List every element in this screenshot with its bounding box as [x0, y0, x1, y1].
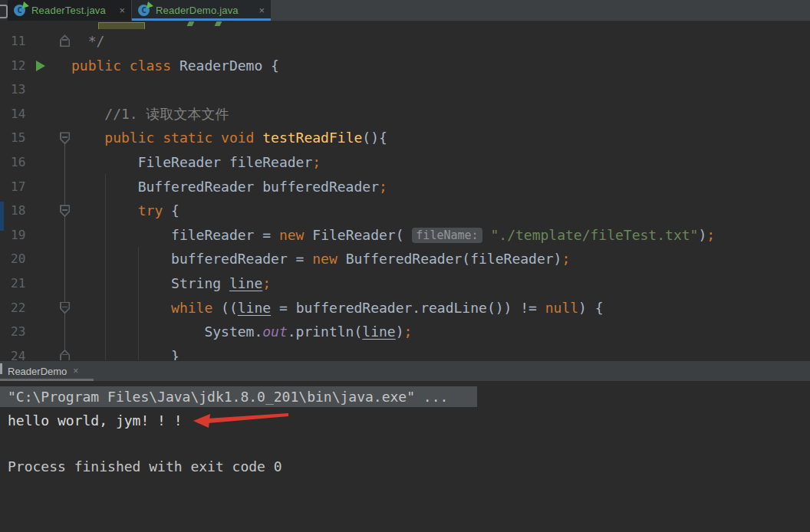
fold-marker[interactable] [60, 132, 70, 144]
parameter-hint: fileName: [412, 228, 482, 243]
ide-window: C ReaderTest.java × C ReaderDemo.java × … [0, 0, 810, 532]
code-line[interactable]: 22 while ((line = bufferedReader.readLin… [0, 296, 810, 320]
code-line[interactable]: 16 FileReader fileReader; [0, 150, 810, 175]
close-tab-icon[interactable]: × [258, 5, 265, 15]
code-text: //1. 读取文本文件 [71, 102, 229, 126]
line-number: 13 [11, 77, 25, 102]
line-number: 22 [11, 296, 25, 320]
code-text: fileReader = new FileReader( fileName: "… [71, 223, 715, 248]
run-console[interactable]: "C:\Program Files\Java\jdk1.8.0_201\bin\… [0, 381, 810, 532]
line-number: 16 [11, 150, 25, 175]
run-tool-window-bar: ReaderDemo × [0, 360, 810, 381]
line-number: 11 [11, 29, 25, 54]
code-text: BufferedReader bufferedReader; [71, 175, 387, 199]
console-command-line[interactable]: "C:\Program Files\Java\jdk1.8.0_201\bin\… [0, 386, 477, 407]
line-number: 18 [11, 199, 25, 223]
run-overlay-icon [146, 2, 153, 9]
editor-tab-readerdemo[interactable]: C ReaderDemo.java × [132, 0, 271, 21]
close-tab-icon[interactable]: × [119, 5, 125, 15]
scrolled-highlight-fragment [98, 22, 145, 29]
code-area: 11 */12public class ReaderDemo {1314 //1… [0, 29, 810, 360]
run-overlay-icon [21, 2, 29, 9]
console-exit-line: Process finished with exit code 0 [0, 455, 282, 478]
code-line[interactable]: 24 } [0, 344, 810, 360]
code-editor[interactable]: 11 */12public class ReaderDemo {1314 //1… [0, 21, 810, 360]
code-text: try { [71, 199, 179, 223]
code-text: */ [71, 29, 104, 54]
fold-marker[interactable] [60, 302, 70, 314]
tab-strip-icon [0, 0, 8, 21]
code-line[interactable]: 15 public static void testReadFile(){ [0, 126, 810, 150]
java-class-icon: C [14, 4, 27, 17]
line-number: 21 [11, 271, 25, 296]
code-line[interactable]: 19 fileReader = new FileReader( fileName… [0, 223, 810, 248]
line-number: 15 [11, 126, 25, 150]
code-line[interactable]: 23 System.out.println(line); [0, 320, 810, 344]
code-text: public static void testReadFile(){ [71, 126, 387, 150]
line-number: 24 [11, 344, 25, 360]
editor-tab-readertest[interactable]: C ReaderTest.java × [8, 0, 131, 21]
annotation-arrow [186, 411, 292, 429]
tab-label: ReaderDemo.java [156, 5, 239, 16]
code-line[interactable]: 11 */ [0, 29, 810, 54]
java-class-icon: C [138, 4, 151, 17]
code-text: } [71, 344, 179, 360]
run-gutter-icon[interactable] [36, 61, 45, 71]
line-number: 23 [11, 320, 25, 344]
code-text: public class ReaderDemo { [71, 54, 279, 78]
code-line[interactable]: 17 BufferedReader bufferedReader; [0, 175, 810, 199]
line-number: 20 [11, 247, 25, 271]
run-tab-icon-fragment [0, 363, 2, 374]
line-number: 17 [11, 175, 25, 199]
fold-marker[interactable] [60, 350, 70, 360]
close-run-tab-icon[interactable]: × [73, 366, 78, 376]
console-output-line: hello world, jym! ! ! [0, 409, 183, 432]
code-line[interactable]: 18 try { [0, 199, 810, 223]
line-number: 14 [11, 102, 25, 126]
line-number: 19 [11, 223, 25, 248]
code-line[interactable]: 12public class ReaderDemo { [0, 54, 810, 78]
code-text: FileReader fileReader; [71, 150, 321, 175]
code-text: bufferedReader = new BufferedReader(file… [71, 247, 570, 271]
code-line[interactable]: 21 String line; [0, 271, 810, 296]
code-text: while ((line = bufferedReader.readLine()… [71, 296, 604, 320]
fold-marker[interactable] [60, 205, 70, 217]
code-line[interactable]: 20 bufferedReader = new BufferedReader(f… [0, 247, 810, 271]
code-line[interactable]: 13 [0, 77, 810, 102]
line-number: 12 [11, 54, 25, 78]
code-text: String line; [71, 271, 271, 296]
fold-marker[interactable] [60, 34, 70, 47]
run-tab-label: ReaderDemo [8, 366, 67, 377]
editor-tab-bar: C ReaderTest.java × C ReaderDemo.java × [0, 0, 810, 21]
code-line[interactable]: 14 //1. 读取文本文件 [0, 102, 810, 126]
code-text: System.out.println(line); [71, 320, 412, 344]
tab-label: ReaderTest.java [31, 5, 106, 16]
